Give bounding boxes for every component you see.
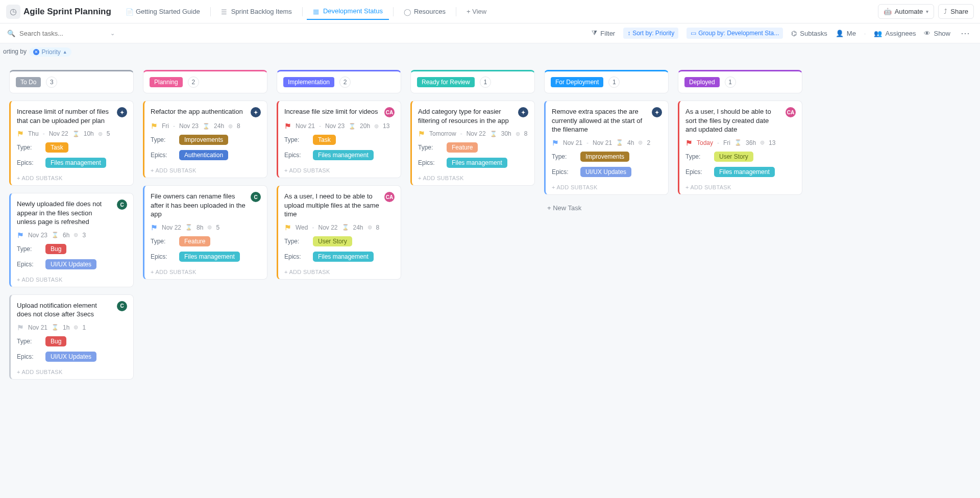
tab-sprint-backlog-items[interactable]: ☰Sprint Backlog Items xyxy=(215,4,298,19)
show-button[interactable]: 👁Show xyxy=(924,30,950,37)
card-meta: Tomorrow -Nov 22 ⌛30h ⊚8 xyxy=(418,130,528,137)
assignee-avatar[interactable]: CA xyxy=(384,107,395,117)
tab-development-status[interactable]: ▦Development Status xyxy=(307,3,389,20)
type-tag[interactable]: Task xyxy=(313,135,336,145)
assignee-avatar[interactable]: C xyxy=(117,200,127,210)
card-meta: Nov 22 ⌛8h ⊚5 xyxy=(151,224,261,231)
epic-tag[interactable]: Files management xyxy=(714,167,775,177)
epic-tag[interactable]: UI/UX Updates xyxy=(580,167,631,177)
priority-flag-icon[interactable] xyxy=(151,122,158,130)
add-subtask-button[interactable]: + ADD SUBTASK xyxy=(151,267,261,275)
sort-chip-label: Priority xyxy=(41,48,60,56)
add-subtask-button[interactable]: + ADD SUBTASK xyxy=(552,182,662,190)
share-icon: ⤴ xyxy=(944,8,947,15)
search-input[interactable] xyxy=(19,30,106,37)
me-button[interactable]: 👤Me xyxy=(836,30,856,37)
assignee-avatar[interactable]: ✦ xyxy=(251,107,261,117)
chevron-down-icon[interactable]: ⌄ xyxy=(110,30,115,37)
task-card[interactable]: Add category type for easier filtering o… xyxy=(410,101,535,186)
card-meta: Nov 21 -Nov 21 ⌛4h ⊚2 xyxy=(552,139,662,146)
time-estimate: 8h xyxy=(197,224,203,231)
type-tag[interactable]: User Story xyxy=(313,236,352,246)
epic-tag[interactable]: UI/UX Updates xyxy=(45,259,96,269)
group-pill[interactable]: ▭Group by: Development Sta... xyxy=(687,28,783,39)
new-task-button[interactable]: + New Task xyxy=(544,202,669,214)
subtasks-button[interactable]: ⌬Subtasks xyxy=(791,30,827,37)
epic-tag[interactable]: Files management xyxy=(179,252,240,262)
task-card[interactable]: Increase limit of number of files that c… xyxy=(9,101,134,186)
epic-tag[interactable]: Files management xyxy=(313,252,374,262)
add-view-button[interactable]: + View xyxy=(460,4,493,19)
assignee-avatar[interactable]: C xyxy=(117,301,127,311)
tab-getting-started-guide[interactable]: 📄Getting Started Guide xyxy=(119,4,206,19)
date-end: Nov 23 xyxy=(325,122,345,130)
assignee-avatar[interactable]: ✦ xyxy=(652,107,662,117)
type-tag[interactable]: Feature xyxy=(179,236,210,246)
type-tag[interactable]: Improvements xyxy=(580,152,629,162)
column-header[interactable]: Planning2 xyxy=(143,70,267,93)
sortbar: orting by ✕ Priority ▲ xyxy=(0,43,980,61)
priority-flag-icon[interactable] xyxy=(418,130,425,137)
assignee-avatar[interactable]: ✦ xyxy=(117,107,127,117)
task-card[interactable]: Newly uploaded file does not appear in t… xyxy=(9,193,134,287)
priority-flag-icon[interactable] xyxy=(17,232,24,239)
assignee-avatar[interactable]: ✦ xyxy=(518,107,528,117)
epic-tag[interactable]: Files management xyxy=(45,158,106,168)
task-card[interactable]: Refactor the app authentication ✦ Fri -N… xyxy=(143,101,267,178)
epic-tag[interactable]: Authentication xyxy=(179,150,228,160)
date-sep: - xyxy=(717,139,719,146)
filter-button[interactable]: ⧩Filter xyxy=(592,29,615,37)
type-tag[interactable]: Improvements xyxy=(179,135,228,145)
epic-tag[interactable]: Files management xyxy=(313,150,374,160)
task-card[interactable]: As a user, I need to be able to upload m… xyxy=(277,185,401,280)
assignee-avatar[interactable]: CA xyxy=(786,107,796,117)
task-card[interactable]: Increase file size limit for videos CA N… xyxy=(277,101,401,178)
task-card[interactable]: File owners can rename files after it ha… xyxy=(143,185,267,280)
priority-flag-icon[interactable] xyxy=(552,139,559,146)
assignees-label: Assignees xyxy=(885,30,916,37)
column-header[interactable]: To Do3 xyxy=(9,70,134,93)
subtask-count-icon: ⊚ xyxy=(74,324,78,331)
column-header[interactable]: Ready for Review1 xyxy=(410,70,535,93)
type-tag[interactable]: Bug xyxy=(45,336,66,346)
column-header[interactable]: Deployed1 xyxy=(678,70,802,93)
type-tag[interactable]: Task xyxy=(45,142,68,153)
share-button[interactable]: ⤴ Share xyxy=(938,4,974,19)
add-subtask-button[interactable]: + ADD SUBTASK xyxy=(284,165,395,173)
type-tag[interactable]: Bug xyxy=(45,244,66,254)
epic-tag[interactable]: Files management xyxy=(447,158,507,168)
more-icon[interactable]: ⋯ xyxy=(959,28,973,39)
add-subtask-button[interactable]: + ADD SUBTASK xyxy=(685,182,796,190)
sort-pill[interactable]: ↕Sort by: Priority xyxy=(623,28,678,39)
column-header[interactable]: Implementation2 xyxy=(277,70,401,93)
assignee-avatar[interactable]: CA xyxy=(384,192,395,202)
add-subtask-button[interactable]: + ADD SUBTASK xyxy=(17,367,127,375)
add-subtask-button[interactable]: + ADD SUBTASK xyxy=(151,165,261,173)
type-tag[interactable]: User Story xyxy=(714,152,753,162)
add-subtask-button[interactable]: + ADD SUBTASK xyxy=(418,173,528,181)
priority-flag-icon[interactable] xyxy=(151,224,158,231)
automate-button[interactable]: 🤖 Automate ▾ xyxy=(878,4,935,19)
priority-flag-icon[interactable] xyxy=(17,324,24,331)
add-subtask-button[interactable]: + ADD SUBTASK xyxy=(17,173,127,181)
time-estimate: 24h xyxy=(214,122,224,130)
task-card[interactable]: As a user, I should be able to sort the … xyxy=(678,101,802,195)
priority-flag-icon[interactable] xyxy=(17,130,24,137)
sort-chip[interactable]: ✕ Priority ▲ xyxy=(29,47,71,57)
type-row: Type: Feature xyxy=(418,142,528,153)
task-card[interactable]: Remove extra spaces the are currently al… xyxy=(544,101,669,195)
priority-flag-icon[interactable] xyxy=(284,224,291,231)
task-card[interactable]: Upload notification element does not clo… xyxy=(9,294,134,380)
add-subtask-button[interactable]: + ADD SUBTASK xyxy=(284,267,395,275)
priority-flag-icon[interactable] xyxy=(685,139,693,146)
assignee-avatar[interactable]: C xyxy=(251,192,261,202)
tab-resources[interactable]: ◯Resources xyxy=(398,4,452,19)
column-deployed: Deployed1 As a user, I should be able to… xyxy=(678,70,802,490)
priority-flag-icon[interactable] xyxy=(284,122,291,130)
assignees-button[interactable]: 👥Assignees xyxy=(874,30,916,37)
epic-tag[interactable]: UI/UX Updates xyxy=(45,352,96,362)
column-header[interactable]: For Deployment1 xyxy=(544,70,669,93)
type-tag[interactable]: Feature xyxy=(447,142,478,153)
add-subtask-button[interactable]: + ADD SUBTASK xyxy=(17,275,127,283)
close-icon[interactable]: ✕ xyxy=(33,49,39,55)
